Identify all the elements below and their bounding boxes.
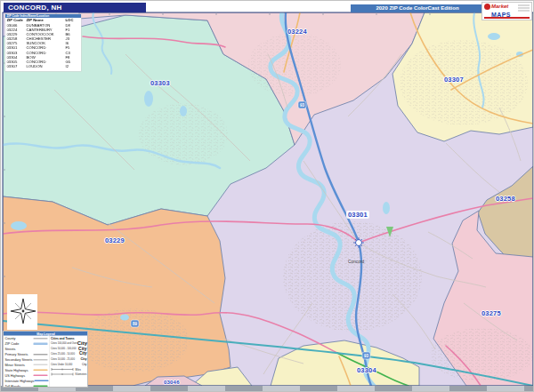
us-highway-swatch (34, 374, 48, 376)
zip-label-03275: 03275 (481, 309, 501, 317)
minor-streets-swatch (34, 364, 48, 366)
logo-globe-icon (484, 4, 490, 10)
county-line-swatch (34, 338, 48, 340)
toll-road-swatch (34, 385, 48, 387)
scale-bar-km: Kilometers (51, 372, 87, 377)
svg-text:93: 93 (300, 103, 305, 108)
zip-label-03304: 03304 (357, 366, 376, 374)
zip-line-swatch (34, 343, 48, 346)
svg-text:89: 89 (133, 322, 138, 326)
page-title: CONCORD, NH (4, 3, 146, 12)
zip-label-03258: 03258 (496, 195, 515, 203)
compass-rose-icon (10, 298, 36, 324)
secondary-streets-swatch (34, 359, 48, 361)
legend-item: Toll Roads (5, 383, 48, 388)
miles-scale-icon (51, 367, 74, 372)
interstate-93-shield-icon: 93 (362, 352, 370, 359)
legend-cities-column: Cities and Towns Cities 100,000 and Over… (49, 336, 88, 388)
zip-label-03224: 03224 (287, 28, 307, 36)
logo-red-bar (484, 17, 530, 19)
interstate-swatch (34, 380, 48, 381)
interstate-93-shield-icon: 93 (298, 101, 306, 108)
streets-swatch (34, 348, 48, 350)
svg-text:93: 93 (364, 354, 369, 358)
zip-label-03301: 03301 (346, 211, 369, 219)
table-row: 03307LOUDONI2 (5, 64, 81, 68)
km-scale-icon (51, 372, 74, 376)
city-label-concord: Concord (348, 260, 364, 264)
primary-streets-swatch (34, 354, 48, 356)
publisher-logo: Market MAPS (481, 2, 532, 20)
zip-label-03307: 03307 (444, 76, 464, 84)
map-legend: Map Legend County ZIP Code Streets Prima… (3, 331, 88, 388)
zip-label-03229: 03229 (105, 236, 125, 244)
zip-code-index-table: ZIP Code Index/Name/Location ZIP Code ZI… (5, 14, 81, 71)
edition-label: 2020 ZIP Code ColorCast Edition (351, 4, 484, 12)
legend-symbols-column: County ZIP Code Streets Primary Streets … (4, 336, 49, 388)
logo-brand-top: Market (491, 4, 508, 10)
map-poster-page: 93 93 89 03224 03303 03307 03301 03258 0 (0, 0, 534, 392)
state-highway-swatch (34, 370, 48, 372)
zip-label-03303: 03303 (150, 79, 170, 87)
zip-label-03046: 03046 (164, 380, 180, 385)
logo-text-bars (518, 4, 530, 12)
interstate-89-shield-icon: 89 (131, 320, 139, 327)
